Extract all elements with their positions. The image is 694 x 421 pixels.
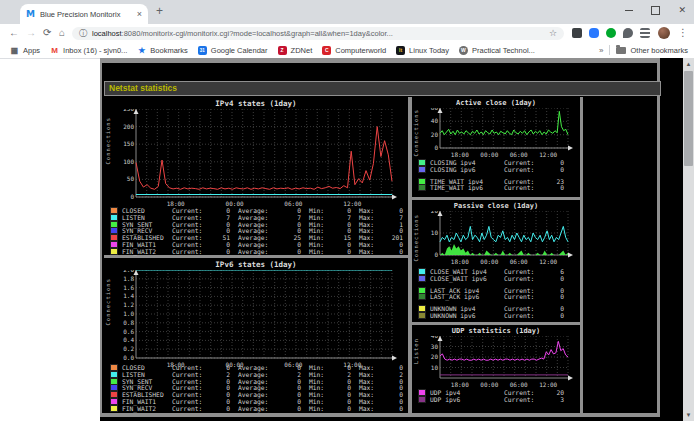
window-controls: ✕ (625, 3, 686, 17)
svg-text:0.4: 0.4 (123, 336, 134, 343)
chart-ipv6-states[interactable]: IPv6 states (1day)Connections0.00.20.40.… (104, 258, 408, 413)
forward-icon[interactable]: → (26, 27, 36, 39)
svg-text:0.0: 0.0 (123, 354, 134, 361)
scrollbar-thumb[interactable] (684, 71, 693, 166)
legend-row: CLOSE_WAIT ipv6Current:0 (418, 275, 578, 282)
screen: M Blue Precision Monitorix × + ✕ ← → ⟳ ⌂… (0, 0, 694, 421)
apps-grid-icon: ▦ (10, 46, 19, 55)
svg-text:2.0: 2.0 (123, 270, 134, 273)
extension-green-icon[interactable] (606, 28, 616, 38)
svg-text:12:00: 12:00 (539, 258, 557, 265)
monitorix-favicon: M (26, 9, 35, 19)
chrome-menu-icon[interactable]: ⋮ (678, 27, 688, 38)
tab-close-icon[interactable]: × (137, 9, 142, 19)
other-bookmarks-button[interactable]: Other bookmarks (630, 46, 688, 55)
chart-ipv4-states[interactable]: IPv4 states (1day)Connections05010015020… (104, 97, 408, 255)
svg-text:200: 200 (123, 123, 134, 130)
browser-tab[interactable]: M Blue Precision Monitorix × (20, 4, 148, 24)
bookmark-label: Computerworld (335, 46, 386, 55)
close-icon[interactable]: ✕ (678, 6, 686, 15)
bookmarks-overflow-icon[interactable]: » (599, 46, 603, 55)
svg-text:10: 10 (431, 364, 439, 371)
legend-color-swatch (418, 275, 426, 282)
bookmark-item[interactable]: MInbox (16) - sjvn0... (50, 46, 127, 55)
svg-text:30: 30 (431, 343, 439, 350)
bookmark-label: Practical Technol... (472, 46, 535, 55)
legend-row: UNKNOWN ipv6Current:0 (418, 312, 578, 319)
plot-area: 0.00.20.40.60.81.01.21.41.61.82.018:0000… (106, 270, 400, 374)
bookmark-item[interactable]: ZZDNet (278, 46, 313, 55)
bookmark-item[interactable]: ltLinux Today (396, 46, 449, 55)
svg-text:60: 60 (431, 108, 439, 111)
chart-udp-statistics[interactable]: UDP statistics (1day)Listen1020304018:00… (412, 325, 580, 413)
bookmark-item[interactable]: ▦Apps (10, 46, 40, 55)
chart-legend: CLOSE_WAIT ipv4Current:6CLOSE_WAIT ipv6C… (418, 268, 578, 319)
svg-text:50: 50 (127, 175, 135, 182)
zdnet-icon: Z (278, 46, 287, 55)
folder-icon (616, 47, 626, 54)
section-title: Netstat statistics (104, 81, 661, 96)
bookmark-item[interactable]: ★Bookmarks (137, 46, 188, 55)
plot-area: 0102018:0000:0006:0012:00 (414, 211, 576, 271)
svg-text:00:00: 00:00 (480, 381, 498, 388)
chart-legend: CLOSEDCurrent:0Average:0Min:0Max:0LISTEN… (110, 364, 406, 412)
gmail-icon: M (50, 46, 59, 55)
back-icon[interactable]: ← (9, 27, 19, 39)
reload-icon[interactable]: ⟳ (43, 27, 51, 39)
bookmark-item[interactable]: 31Google Calendar (198, 46, 268, 55)
plot-area: 05010015020025018:0000:0006:0012:00 (106, 109, 400, 213)
svg-text:1.4: 1.4 (123, 292, 134, 299)
bookmark-label: Bookmarks (150, 46, 188, 55)
bookmark-label: Linux Today (409, 46, 449, 55)
calendar-icon: 31 (198, 46, 207, 55)
svg-text:40: 40 (431, 336, 439, 339)
monitorix-page: Netstat statistics IPv4 states (1day)Con… (100, 58, 683, 421)
svg-text:150: 150 (123, 140, 134, 147)
bookmark-star-icon[interactable]: ☆ (549, 28, 557, 38)
svg-text:06:00: 06:00 (510, 258, 528, 265)
svg-text:1.6: 1.6 (123, 284, 134, 291)
extension-blue-icon[interactable] (589, 28, 599, 38)
chart-passive-close[interactable]: Passive close (1day)Connections0102018:0… (412, 200, 580, 322)
bookmarks-bar: ▦AppsMInbox (16) - sjvn0...★Bookmarks31G… (0, 42, 694, 59)
bookmark-item[interactable]: CComputerworld (322, 46, 386, 55)
home-icon[interactable]: ⌂ (59, 27, 65, 39)
svg-text:10: 10 (431, 229, 439, 236)
page-info-icon[interactable]: ⓘ (79, 28, 87, 39)
tab-list-extension-icon[interactable] (640, 28, 650, 38)
chart-title: Passive close (1day) (412, 200, 580, 210)
maximize-icon[interactable] (651, 6, 660, 15)
scroll-down-icon[interactable]: ▼ (683, 409, 694, 421)
url-path: :8080/monitorix-cgi/monitorix.cgi?mode=l… (122, 29, 545, 38)
legend-color-swatch (110, 248, 118, 255)
legend-row: FIN_WAIT2Current:0Average:0Min:0Max:0 (110, 248, 406, 255)
chart-title: IPv6 states (1day) (104, 258, 408, 269)
divider (609, 45, 610, 55)
svg-text:00:00: 00:00 (480, 151, 498, 158)
pin-extension-icon[interactable] (623, 28, 633, 38)
svg-text:12:00: 12:00 (539, 381, 557, 388)
plot-area: 1020304018:0000:0006:0012:00 (414, 336, 576, 394)
bookmark-label: ZDNet (291, 46, 313, 55)
chart-active-close[interactable]: Active close (1day)Connections020406018:… (412, 97, 580, 197)
frame-top (100, 58, 660, 63)
svg-text:0.6: 0.6 (123, 328, 134, 335)
star-icon: ★ (137, 46, 146, 55)
new-tab-button[interactable]: + (156, 4, 163, 18)
svg-text:20: 20 (431, 353, 439, 360)
svg-text:00:00: 00:00 (480, 258, 498, 265)
address-bar[interactable]: ⓘ localhost :8080/monitorix-cgi/monitori… (72, 27, 564, 40)
legend-color-swatch (418, 184, 426, 191)
bookmark-item[interactable]: WPractical Technol... (459, 46, 535, 55)
svg-text:1.0: 1.0 (123, 310, 134, 317)
legend-row: UDP ipv6Current:3 (418, 396, 578, 403)
extension-dark-icon[interactable] (572, 28, 582, 38)
svg-text:20: 20 (431, 211, 439, 214)
plot-area: 020406018:0000:0006:0012:00 (414, 108, 576, 164)
svg-text:20: 20 (431, 131, 439, 138)
scroll-up-icon[interactable]: ▲ (683, 58, 694, 70)
profile-avatar[interactable] (658, 27, 670, 39)
minimize-icon[interactable] (625, 10, 633, 11)
svg-text:250: 250 (123, 109, 134, 112)
page-scrollbar[interactable]: ▲ ▼ (683, 58, 694, 421)
